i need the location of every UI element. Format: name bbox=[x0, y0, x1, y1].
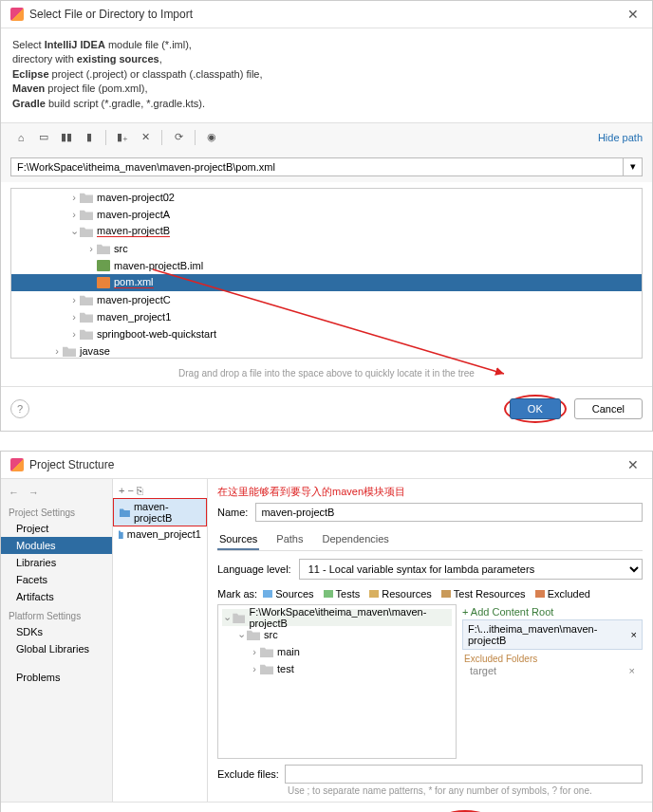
sidebar-item[interactable]: Problems bbox=[1, 669, 112, 686]
toolbar: ⌂ ▭ ▮▮ ▮ ▮₊ ✕ ⟳ ◉ Hide path bbox=[1, 122, 652, 152]
copy-icon[interactable]: ⎘ bbox=[137, 485, 143, 496]
refresh-icon[interactable]: ⟳ bbox=[168, 127, 189, 148]
sidebar-item[interactable]: Project bbox=[1, 520, 112, 537]
remove-root-icon[interactable]: × bbox=[631, 629, 637, 640]
home-icon[interactable]: ⌂ bbox=[10, 127, 31, 148]
add-icon[interactable]: + bbox=[119, 485, 124, 496]
module-item[interactable]: maven-projectB bbox=[113, 498, 207, 526]
content-split: ⌄F:\WorkSpace\itheima_maven\maven-projec… bbox=[217, 604, 643, 759]
sidebar-heading: Platform Settings bbox=[1, 605, 112, 623]
sidebar-item[interactable]: Facets bbox=[1, 571, 112, 588]
tree-row[interactable]: pom.xml bbox=[11, 274, 642, 291]
path-input[interactable] bbox=[10, 157, 624, 176]
tree-row[interactable]: ›maven-projectC bbox=[11, 291, 642, 308]
intellij-icon bbox=[10, 8, 24, 21]
button-row: ? OK Cancel bbox=[1, 386, 652, 431]
exclude-files-input[interactable] bbox=[285, 765, 643, 784]
mark-as-label: Mark as: bbox=[217, 588, 257, 600]
show-hidden-icon[interactable]: ◉ bbox=[201, 127, 222, 148]
dialog-body: ← → Project Settings ProjectModulesLibra… bbox=[1, 479, 652, 802]
content-root-path[interactable]: F:\...itheima_maven\maven-projectB × bbox=[462, 619, 643, 650]
remove-icon[interactable]: − bbox=[127, 485, 133, 496]
tree-row[interactable]: maven-projectB.iml bbox=[11, 257, 642, 274]
language-select[interactable]: 11 - Local variable syntax for lambda pa… bbox=[299, 559, 643, 580]
module-toolbar: + − ⎘ bbox=[113, 483, 207, 498]
name-input[interactable] bbox=[255, 503, 643, 522]
separator bbox=[161, 130, 162, 145]
separator bbox=[195, 130, 196, 145]
titlebar: Project Structure ✕ bbox=[1, 452, 652, 479]
tree-row[interactable]: ›maven_project1 bbox=[11, 308, 642, 325]
exclude-hint: Use ; to separate name patterns, * for a… bbox=[217, 784, 643, 796]
annotation-note: 在这里能够看到要导入的maven模块项目 bbox=[217, 485, 643, 499]
sidebar-item[interactable]: SDKs bbox=[1, 623, 112, 640]
dialog-title: Project Structure bbox=[29, 458, 624, 471]
tab[interactable]: Sources bbox=[217, 529, 259, 550]
add-content-root[interactable]: + Add Content Root bbox=[462, 604, 643, 619]
ok-highlight: OK bbox=[504, 395, 567, 423]
tab[interactable]: Paths bbox=[274, 529, 305, 550]
remove-excluded-icon[interactable]: × bbox=[629, 665, 635, 676]
tree-row[interactable]: ›main bbox=[222, 643, 452, 660]
root-path-text: F:\...itheima_maven\maven-projectB bbox=[468, 623, 631, 646]
desktop-icon[interactable]: ▭ bbox=[33, 127, 54, 148]
nav-arrows: ← → bbox=[1, 483, 112, 502]
tree-row[interactable]: ›test bbox=[222, 660, 452, 677]
name-label: Name: bbox=[217, 507, 248, 518]
project-icon[interactable]: ▮▮ bbox=[56, 127, 77, 148]
tree-row[interactable]: ⌄maven-projectB bbox=[11, 223, 642, 240]
mark-option[interactable]: Resources bbox=[365, 587, 436, 600]
mark-option[interactable]: Sources bbox=[259, 587, 317, 600]
tree-row[interactable]: ⌄F:\WorkSpace\itheima_maven\maven-projec… bbox=[222, 609, 452, 626]
module-icon[interactable]: ▮ bbox=[79, 127, 100, 148]
tree-row[interactable]: ›maven-projectA bbox=[11, 206, 642, 223]
file-tree[interactable]: ›maven-project02›maven-projectA⌄maven-pr… bbox=[10, 188, 643, 359]
hide-path-link[interactable]: Hide path bbox=[598, 132, 643, 143]
sidebar-heading: Project Settings bbox=[1, 502, 112, 520]
import-dialog: Select File or Directory to Import ✕ Sel… bbox=[0, 0, 653, 432]
language-label: Language level: bbox=[217, 563, 291, 575]
drag-hint: Drag and drop a file into the space abov… bbox=[1, 364, 652, 386]
mark-option[interactable]: Excluded bbox=[532, 587, 594, 600]
ok-button[interactable]: OK bbox=[510, 398, 561, 419]
tree-row[interactable]: ›src bbox=[11, 240, 642, 257]
content-tree[interactable]: ⌄F:\WorkSpace\itheima_maven\maven-projec… bbox=[217, 604, 457, 759]
path-row: ▾ bbox=[1, 152, 652, 182]
exclude-files-row: Exclude files: bbox=[217, 765, 643, 784]
mark-as-row: Mark as: SourcesTestsResourcesTest Resou… bbox=[217, 587, 643, 600]
module-item[interactable]: maven_project1 bbox=[113, 526, 207, 542]
delete-icon[interactable]: ✕ bbox=[135, 127, 156, 148]
mark-option[interactable]: Tests bbox=[320, 587, 364, 600]
sidebar-item[interactable]: Modules bbox=[1, 537, 112, 554]
help-icon[interactable]: ? bbox=[10, 399, 29, 418]
excluded-item-label: target bbox=[470, 665, 496, 676]
button-row: ? OK Cancel Apply bbox=[1, 802, 652, 812]
forward-icon[interactable]: → bbox=[28, 487, 39, 498]
excluded-item[interactable]: target × bbox=[462, 664, 643, 677]
separator bbox=[105, 130, 106, 145]
tree-row[interactable]: ›springboot-web-quickstart bbox=[11, 325, 642, 342]
tab[interactable]: Dependencies bbox=[321, 529, 391, 550]
close-icon[interactable]: ✕ bbox=[624, 7, 643, 22]
mark-option[interactable]: Test Resources bbox=[438, 587, 530, 600]
name-row: Name: bbox=[217, 503, 643, 522]
new-folder-icon[interactable]: ▮₊ bbox=[112, 127, 133, 148]
cancel-button[interactable]: Cancel bbox=[574, 398, 643, 419]
tree-row[interactable]: ›javase bbox=[11, 342, 642, 359]
tabs: SourcesPathsDependencies bbox=[217, 529, 643, 551]
excluded-heading: Excluded Folders bbox=[462, 650, 643, 664]
close-icon[interactable]: ✕ bbox=[624, 457, 643, 472]
intellij-icon bbox=[10, 458, 24, 471]
sidebar-item[interactable]: Libraries bbox=[1, 554, 112, 571]
sidebar-item[interactable]: Global Libraries bbox=[1, 640, 112, 657]
description: Select IntelliJ IDEA module file (*.iml)… bbox=[1, 28, 652, 122]
module-list: + − ⎘ maven-projectBmaven_project1 bbox=[113, 479, 208, 802]
path-dropdown-icon[interactable]: ▾ bbox=[624, 157, 643, 176]
dialog-title: Select File or Directory to Import bbox=[29, 8, 624, 21]
project-structure-dialog: Project Structure ✕ ← → Project Settings… bbox=[0, 451, 653, 812]
tree-row[interactable]: ›maven-project02 bbox=[11, 189, 642, 206]
back-icon[interactable]: ← bbox=[9, 487, 19, 498]
titlebar: Select File or Directory to Import ✕ bbox=[1, 1, 652, 28]
content-right: + Add Content Root F:\...itheima_maven\m… bbox=[462, 604, 643, 759]
sidebar-item[interactable]: Artifacts bbox=[1, 588, 112, 605]
